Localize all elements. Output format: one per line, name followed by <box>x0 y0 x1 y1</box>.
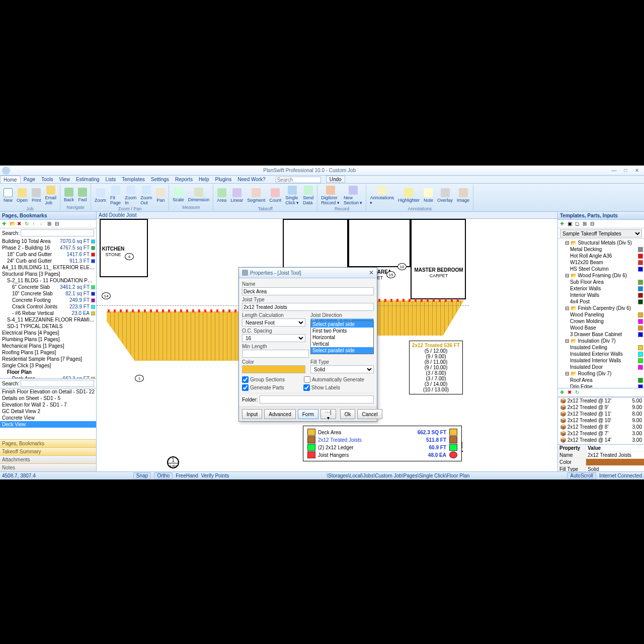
tree-item[interactable]: Floor Plan <box>1 369 95 375</box>
tree-item[interactable]: Phase 2 - Building 164767.5 sq FT <box>1 245 95 251</box>
length-calc-select[interactable]: Nearest Foot <box>242 318 305 327</box>
add-icon[interactable]: ✚ <box>2 221 8 227</box>
menu-home[interactable]: Home <box>0 176 21 183</box>
menu-lists[interactable]: Lists <box>103 176 119 183</box>
template-item[interactable]: Hot Roll Angle A36 <box>559 253 643 259</box>
ribbon-zoom[interactable]: Zoom <box>93 187 108 204</box>
left-tab-takeoffsummary[interactable]: Takeoff Summary <box>0 447 96 455</box>
ribbon-overlay[interactable]: Overlay <box>436 187 454 204</box>
search-input[interactable] <box>276 177 321 183</box>
template-item[interactable]: Roof Area <box>559 377 643 383</box>
ribbon-scale[interactable]: Scale <box>171 187 186 203</box>
left-search-input[interactable] <box>21 229 94 236</box>
template-item[interactable]: Exterior Walls <box>559 285 643 292</box>
r-new-icon[interactable]: ▣ <box>568 221 574 227</box>
template-item[interactable]: 3 Drawer Base Cabinet <box>559 331 643 338</box>
template-item[interactable]: 4x4 Post <box>559 298 643 305</box>
joist-type-input[interactable] <box>242 303 374 311</box>
snap-toggle[interactable]: Snap <box>133 472 151 479</box>
undo-button[interactable]: Undo <box>326 176 345 183</box>
template-item[interactable]: HS Steel Column <box>559 266 643 272</box>
ribbon-fit[interactable]: FitPage <box>109 185 122 206</box>
tree-item[interactable]: - #6 Rebar Vertical23.0 EA <box>1 310 95 316</box>
ribbon-dimension[interactable]: Dimension <box>187 187 211 203</box>
down-icon[interactable]: ↓ <box>40 221 46 227</box>
tree-item[interactable]: SD-1 TYPICAL DETAILS <box>1 323 95 330</box>
tree-item[interactable]: Structural Plans [3 Pages] <box>1 271 95 277</box>
add-double-joist-button[interactable]: Add Double Joist <box>99 212 137 218</box>
freehand-toggle[interactable]: FreeHand <box>176 473 198 478</box>
tree-item[interactable]: A4_11 BUILDING 11_ EXTERIOR ELEVATIONS <box>1 264 95 271</box>
template-group[interactable]: ⊟ 📂 Wood Framing (Div 6) <box>559 272 643 279</box>
refresh-icon[interactable]: ↻ <box>25 221 31 227</box>
ribbon-digitizer[interactable]: DigitizerRecord ▾ <box>319 185 341 206</box>
minimize-button[interactable]: — <box>609 168 619 173</box>
tree-item[interactable]: Electrical Plans [4 Pages] <box>1 330 95 336</box>
menu-page[interactable]: Page <box>21 176 38 183</box>
r-expand-icon[interactable]: ⊞ <box>583 221 589 227</box>
template-group[interactable]: ⊟ 📂 Finish Carpentry (Div 6) <box>559 305 643 311</box>
ribbon-linear[interactable]: Linear <box>229 187 245 204</box>
collapse-icon[interactable]: ⊟ <box>55 221 61 227</box>
pages-tree[interactable]: Building 10 Total Area7070.0 sq FTPhase … <box>0 237 96 378</box>
ribbon-open[interactable]: Open <box>15 187 29 204</box>
r-add-icon[interactable]: ✚ <box>560 221 566 227</box>
menu-estimating[interactable]: Estimating <box>73 176 103 183</box>
tree-item[interactable]: Residential Sample Plans [7 Pages] <box>1 356 95 362</box>
menu-help[interactable]: Help <box>196 176 212 183</box>
ribbon-single[interactable]: SingleClick ▾ <box>284 185 300 206</box>
ribbon-image[interactable]: Image <box>455 187 471 204</box>
view-item[interactable]: Deck View <box>0 421 96 428</box>
ribbon-annotations[interactable]: Annotations▾ <box>368 185 395 206</box>
menu-reports[interactable]: Reports <box>172 176 196 183</box>
advanced-tab-button[interactable]: Advanced <box>264 409 295 419</box>
folder-input[interactable] <box>260 395 374 404</box>
ribbon-note[interactable]: Note <box>422 187 435 204</box>
template-group[interactable]: ⊟ 📂 Insulation (Div 7) <box>559 338 643 344</box>
generate-parts-check[interactable]: Generate Parts <box>242 384 284 391</box>
color-input[interactable] <box>242 365 305 373</box>
direction-option[interactable]: Select parallel side <box>311 347 373 354</box>
tree-item[interactable]: Roofing Plans [1 Pages] <box>1 349 95 356</box>
views-list[interactable]: Finish Floor Elevation on Detail - SD1- … <box>0 388 96 439</box>
view-item[interactable]: Concrete View <box>0 415 96 421</box>
part-row[interactable]: 📦 2x12 Treated @ 11'8.00 <box>558 411 644 417</box>
form-tab-button[interactable]: Form <box>298 409 318 419</box>
tree-item[interactable]: Crack Control Joints223.9 FT <box>1 303 95 310</box>
ribbon-highlighter[interactable]: Highlighter <box>396 187 421 204</box>
template-group[interactable]: ⊟ 📂 Roofing (Div 7) <box>559 370 643 377</box>
fill-select[interactable]: Solid <box>310 365 374 373</box>
delete-icon[interactable]: ✖ <box>17 221 23 227</box>
views-search-input[interactable] <box>21 380 94 387</box>
name-input[interactable] <box>242 287 374 295</box>
part-row[interactable]: 📦 2x12 Treated @ 14'3.00 <box>558 437 644 443</box>
show-labels-check[interactable]: Show Labels <box>303 384 340 391</box>
view-item[interactable]: GC Detail View 2 <box>0 408 96 415</box>
p-refresh-icon[interactable]: ↻ <box>575 389 581 395</box>
ribbon-zoom[interactable]: ZoomIn <box>123 185 138 206</box>
menu-plugins[interactable]: Plugins <box>212 176 234 183</box>
r-uncheck-icon[interactable]: ◻ <box>575 221 581 227</box>
template-item[interactable]: Insulated Interior Walls <box>559 357 643 364</box>
ribbon-new[interactable]: NewSection ▾ <box>342 185 364 206</box>
template-group[interactable]: ⊟ 📂 Structural Metals (Div 5) <box>559 239 643 246</box>
ribbon-zoom[interactable]: ZoomOut <box>139 185 153 206</box>
menu-templates[interactable]: Templates <box>119 176 148 183</box>
ribbon-email[interactable]: EmailJob <box>44 185 58 206</box>
dialog-title-bar[interactable]: Properties - [Joist Tool] ✕ <box>239 268 377 278</box>
direction-option[interactable]: Vertical <box>311 341 373 347</box>
properties-grid[interactable]: PropertyValueName2x12 Treated JoistsColo… <box>558 444 644 471</box>
auto-generate-check[interactable]: Automatically Generate <box>304 376 364 383</box>
direction-option[interactable]: Horizontal <box>311 334 373 341</box>
direction-option[interactable]: First two Points <box>311 328 373 334</box>
p-add-icon[interactable]: ✚ <box>560 389 566 395</box>
parts-list[interactable]: 📦 2x12 Treated @ 12'5.00📦 2x12 Treated @… <box>558 397 644 444</box>
p-del-icon[interactable]: ✖ <box>568 389 574 395</box>
view-item[interactable]: Elevation for Wall 2 - SD1 - 7 <box>0 401 96 408</box>
tree-item[interactable]: Building 10 Total Area7070.0 sq FT <box>1 238 95 245</box>
cancel-button[interactable]: Cancel <box>357 409 382 419</box>
ribbon-send[interactable]: SendData <box>301 185 315 206</box>
template-item[interactable]: Interior Walls <box>559 292 643 298</box>
direction-option[interactable]: Select parallel side <box>311 321 373 328</box>
template-item[interactable]: Wood Paneling <box>559 311 643 318</box>
